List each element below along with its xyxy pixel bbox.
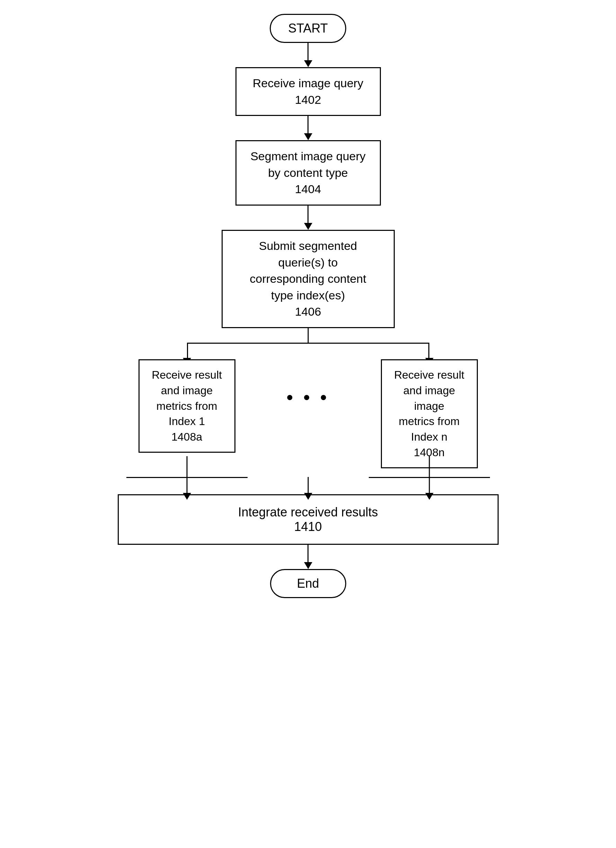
start-node: START — [270, 14, 346, 43]
branch-boxes-row: Receive result and image metrics from In… — [118, 359, 499, 456]
dots-label: • • • — [287, 387, 330, 408]
split-lines — [118, 328, 499, 359]
split-left-drop — [187, 342, 188, 359]
node-1404-line3: 1404 — [247, 181, 370, 198]
node-1408a-line3: metrics from — [156, 398, 217, 414]
node-1406-line2: querie(s) to — [233, 254, 383, 271]
node-1408n-wrap: Receive result and image image metrics f… — [381, 359, 478, 468]
branch-section: Receive result and image metrics from In… — [118, 328, 499, 494]
node-1404-line1: Segment image query — [247, 148, 370, 165]
node-1406-line1: Submit segmented — [233, 238, 383, 254]
end-node: End — [270, 569, 346, 598]
left-down-to-1410 — [186, 477, 187, 494]
node-1410: Integrate received results 1410 — [118, 494, 499, 545]
arrow-3 — [304, 206, 312, 230]
node-1408a-line5: 1408a — [171, 429, 202, 445]
node-1406-line5: 1406 — [233, 304, 383, 320]
node-1410-line1: Integrate received results — [133, 505, 484, 519]
node-1408n-line4: Index n — [411, 429, 447, 445]
end-label: End — [297, 576, 319, 590]
node-1408n-line3: metrics from — [399, 414, 460, 429]
converge-left-vert — [186, 456, 187, 477]
arrow-2 — [304, 116, 312, 140]
node-1408a: Receive result and image metrics from In… — [138, 359, 236, 453]
converge-arrow — [304, 493, 312, 500]
converge-right-vert — [429, 456, 430, 477]
branch-dots: • • • — [287, 387, 330, 408]
node-1408n-line2: and image image — [390, 383, 468, 414]
right-arrow-1410 — [425, 493, 433, 500]
node-1406-line3: corresponding content — [233, 271, 383, 287]
node-1406: Submit segmented querie(s) to correspond… — [222, 230, 395, 328]
node-1404-line2: by content type — [247, 165, 370, 181]
left-arrow-1410 — [183, 493, 191, 500]
node-1408a-line1: Receive result — [152, 367, 222, 383]
split-vert-line — [307, 328, 309, 342]
node-1406-line4: type index(es) — [233, 287, 383, 304]
right-down-to-1410 — [429, 477, 430, 494]
converge-lines — [118, 456, 499, 494]
node-1408n: Receive result and image image metrics f… — [381, 359, 478, 468]
node-1408n-line1: Receive result — [394, 367, 464, 383]
split-horiz-line — [187, 342, 429, 344]
arrow-final — [304, 545, 312, 569]
node-1408a-line4: Index 1 — [169, 414, 205, 429]
arrow-1 — [304, 43, 312, 67]
node-1404: Segment image query by content type 1404 — [236, 140, 381, 206]
flowchart: START Receive image query 1402 Segment i… — [100, 14, 516, 598]
node-1402-line2: 1402 — [247, 92, 370, 108]
start-label: START — [288, 21, 328, 35]
node-1402: Receive image query 1402 — [236, 67, 381, 116]
node-1402-line1: Receive image query — [247, 75, 370, 92]
converge-center-vert — [307, 477, 309, 494]
node-1410-line2: 1410 — [133, 519, 484, 534]
node-1408a-wrap: Receive result and image metrics from In… — [138, 359, 236, 453]
split-right-drop — [428, 342, 429, 359]
node-1408a-line2: and image — [161, 383, 212, 398]
